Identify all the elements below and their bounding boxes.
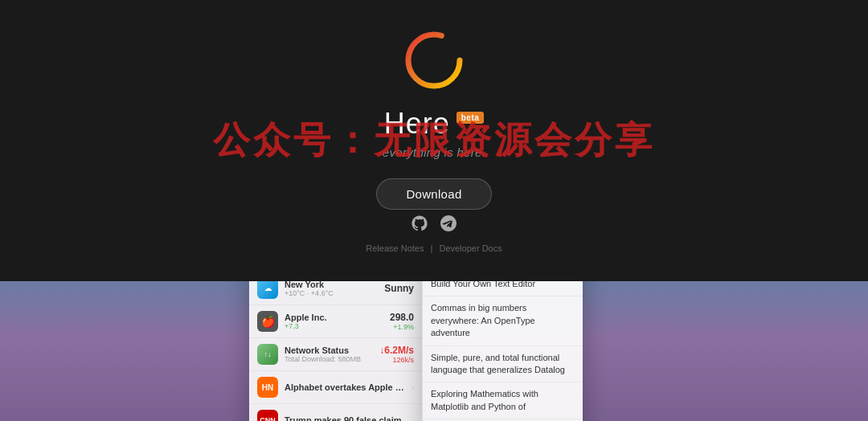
item-title: Trump makes 90 false claims during final [285,415,414,421]
item-content: Trump makes 90 false claims during final [285,415,414,421]
svg-point-0 [408,35,460,86]
list-item: Simple, pure, and total functional langu… [423,346,583,383]
post-title: Build Your Own Text Editor [431,281,575,290]
item-subtitle: +10°C · +4.6°C [285,289,378,297]
title-row: Here beta [384,107,485,141]
item-title: New York [285,281,378,289]
telegram-icon[interactable] [440,215,457,232]
beta-badge: beta [457,112,485,124]
arrow-icon: › [411,383,414,392]
apple-icon: 🍎 [257,311,278,332]
app-title: Here [384,107,450,141]
social-links [411,215,457,232]
list-item: Commas in big numbers everywhere: An Ope… [423,296,583,345]
item-title: Network Status [285,345,373,355]
post-title: Simple, pure, and total functional langu… [431,352,575,377]
item-value-group: ↓6.2M/s 126k/s [379,345,414,364]
hero-section: Here beta everything is here. Download R… [0,0,868,281]
weather-icon: ☁ [257,281,278,299]
list-item: Build Your Own Text Editor [423,281,583,296]
developer-docs-link[interactable]: Developer Docs [439,243,502,253]
item-subtitle: +7.3 [285,322,383,330]
download-button[interactable]: Download [376,178,491,210]
item-value-group: 298.0 +1.9% [390,312,414,331]
app-window-preview: Fav News Quick × ☁ New York +10°C · +4.6… [249,281,583,421]
cnn-icon: CNN [257,410,278,421]
app-subtitle: everything is here. [383,145,485,159]
item-content: Network Status Total Download: 580MB [285,345,373,363]
item-content: Alphabet overtakes Apple to become the..… [285,382,405,392]
list-item: ↑↓ Network Status Total Download: 580MB … [249,338,422,371]
right-panel: Hot Post 🕐 4min Build Your Own Text Edit… [422,281,583,421]
link-separator: | [431,243,433,253]
item-title: Alphabet overtakes Apple to become the..… [285,382,405,392]
item-value: ↓6.2M/s [379,345,414,356]
list-item[interactable]: HN Alphabet overtakes Apple to become th… [249,371,422,404]
release-notes-link[interactable]: Release Notes [366,243,424,253]
app-logo [402,28,466,92]
list-item: ☁ New York +10°C · +4.6°C Sunny [249,281,422,305]
item-value: Sunny [384,283,414,294]
preview-section: Fav News Quick × ☁ New York +10°C · +4.6… [0,281,868,421]
item-value: 298.0 [390,312,414,323]
item-title: Apple Inc. [285,313,383,322]
left-panel: Fav News Quick × ☁ New York +10°C · +4.6… [249,281,422,421]
list-item: Exploring Mathematics with Matplotlib an… [423,382,583,419]
item-subtitle: Total Download: 580MB [285,355,373,363]
github-icon[interactable] [411,215,428,232]
item-value-sub: 126k/s [379,356,414,364]
item-content: New York +10°C · +4.6°C [285,281,378,297]
hn-icon: HN [257,377,278,398]
list-item: 🍎 Apple Inc. +7.3 298.0 +1.9% [249,305,422,338]
item-value-sub: +1.9% [390,323,414,331]
post-title: Commas in big numbers everywhere: An Ope… [431,302,575,339]
post-title: Exploring Mathematics with Matplotlib an… [431,388,575,413]
footer-links: Release Notes | Developer Docs [366,243,502,253]
item-content: Apple Inc. +7.3 [285,313,383,330]
network-icon: ↑↓ [257,344,278,365]
list-item: CNN Trump makes 90 false claims during f… [249,404,422,421]
